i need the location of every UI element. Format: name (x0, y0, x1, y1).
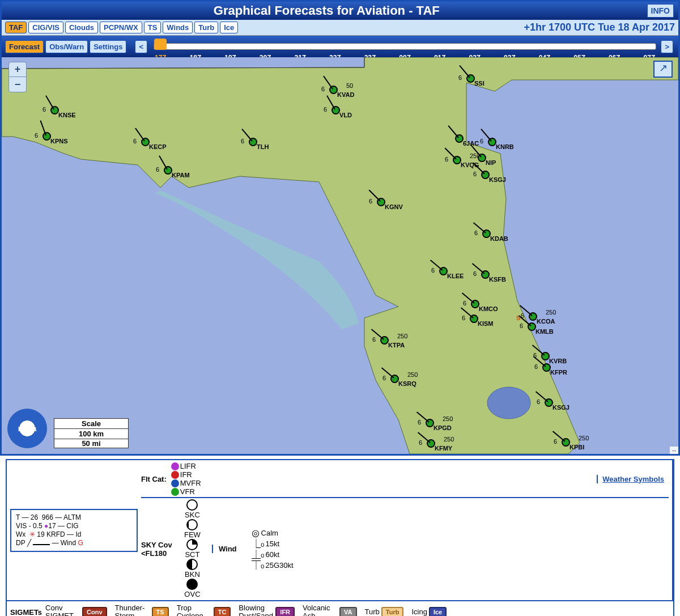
sigmets-tc: Trop CycloneTC (177, 604, 231, 616)
wind-legend-1: ⎿₀15kt (252, 538, 294, 549)
flt-cat-label: Flt Cat: (141, 475, 167, 483)
product-tab-ts[interactable]: TS (144, 22, 162, 33)
sky-few: FEW (184, 519, 201, 539)
sky-skc: SKC (184, 499, 201, 519)
info-button[interactable]: INFO (647, 4, 674, 18)
scale-box: Scale 100 km 50 mi (54, 418, 129, 448)
scale-mi: 50 mi (54, 439, 128, 448)
svg-point-3 (487, 387, 530, 419)
sigmets-va: Volcanic AshVA (303, 604, 356, 616)
zoom-control: + − (8, 62, 27, 92)
scale-km: 100 km (54, 429, 128, 439)
station-model-legend: T — 26 966 — ALTM VIS - 0.5 ●17 — CIG Wx… (10, 509, 138, 552)
fltcat-vfr: VFR (170, 487, 201, 496)
product-tab-ice[interactable]: Ice (220, 22, 238, 33)
product-tab-pcpnwx[interactable]: PCPN/WX (100, 22, 142, 33)
sigmets-ts: Thunder-StormTS (115, 604, 169, 616)
product-tab-clouds[interactable]: Clouds (65, 22, 98, 33)
product-tab-winds[interactable]: Winds (163, 22, 193, 33)
page-title: Graphical Forecasts for Aviation - TAF (214, 3, 440, 18)
scale-title: Scale (54, 419, 128, 429)
sigmets-ice: IcingIce (411, 607, 447, 616)
control-bar: ForecastObs/WarnSettings < 17Z18Z19Z20Z2… (2, 36, 678, 57)
product-tab-taf[interactable]: TAF (5, 22, 27, 33)
basemap (2, 57, 678, 454)
title-bar: Graphical Forecasts for Aviation - TAF I… (2, 2, 678, 20)
mode-tab-settings[interactable]: Settings (90, 40, 126, 53)
mode-tab-obswarn[interactable]: Obs/Warn (45, 40, 88, 53)
zoom-in-button[interactable]: + (9, 62, 26, 77)
fltcat-lifr: LIFR (170, 462, 201, 470)
sky-bkn: BKN (184, 559, 201, 579)
product-tab-cigvis[interactable]: CIG/VIS (28, 22, 63, 33)
wind-legend-label: Wind (212, 545, 237, 553)
sigmets-turb: TurbTurb (365, 607, 404, 616)
sigmets-row: SIGMETs Conv SIGMETConvThunder-StormTSTr… (7, 601, 673, 616)
wind-legend-3: ⏉₀25G30kt (252, 560, 294, 571)
map-area[interactable]: + − ↗ -- 6KNSE6KPNS6KECP6KPAM6TLH650KVAD… (2, 57, 678, 454)
sigmets-label: SIGMETs (10, 608, 42, 617)
sigmets-conv: Conv SIGMETConv (45, 604, 107, 616)
wind-legend-2: ⏊₀60kt (252, 549, 294, 560)
sky-sct: SCT (184, 539, 201, 559)
valid-time-label: +1hr 1700 UTC Tue 18 Apr 2017 (524, 22, 675, 33)
time-prev-button[interactable]: < (135, 40, 147, 53)
wind-legend-0: ◎Calm (252, 528, 294, 538)
noaa-logo: noaa (7, 409, 47, 448)
mode-tab-forecast[interactable]: Forecast (5, 40, 44, 53)
slider-thumb[interactable] (154, 39, 167, 50)
popout-button[interactable]: ↗ (653, 61, 673, 78)
time-slider[interactable]: 17Z18Z19Z20Z21Z22Z23Z00Z01Z02Z03Z04Z05Z0… (154, 38, 656, 55)
legend-panel: T — 26 966 — ALTM VIS - 0.5 ●17 — CIG Wx… (6, 459, 674, 616)
weather-symbols-link[interactable]: Weather Symbols (597, 475, 669, 483)
fltcat-ifr: IFR (170, 470, 201, 479)
time-next-button[interactable]: > (661, 40, 673, 53)
zoom-out-button[interactable]: − (9, 77, 26, 92)
sky-cov-label: SKY Cov <FL180 (141, 541, 181, 558)
fltcat-mvfr: MVFR (170, 479, 201, 487)
map-attribution: -- (670, 447, 678, 454)
product-bar: TAFCIG/VISCloudsPCPN/WXTSWindsTurbIce +1… (2, 20, 678, 36)
product-tab-turb[interactable]: Turb (194, 22, 218, 33)
sky-ovc: OVC (184, 579, 201, 598)
sigmets-ifr: Blowing Dust/SandIFR (239, 604, 295, 616)
